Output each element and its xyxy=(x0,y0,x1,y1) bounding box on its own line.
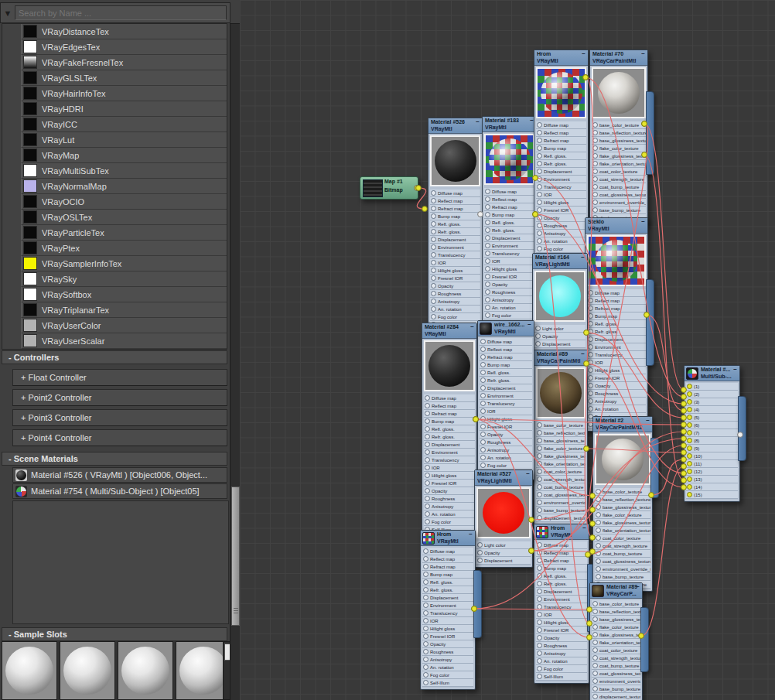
material-preview[interactable] xyxy=(430,135,480,186)
slot-row[interactable]: coat_color_texture xyxy=(592,168,646,176)
input-socket[interactable] xyxy=(588,375,593,381)
slot-row[interactable]: Diffuse map xyxy=(587,289,646,297)
slot-row[interactable]: displacement_texture xyxy=(592,693,640,700)
controllers-section-header[interactable]: - Controllers xyxy=(2,350,227,364)
node-wire[interactable] xyxy=(417,188,425,209)
input-socket[interactable] xyxy=(485,189,490,194)
input-socket[interactable] xyxy=(588,383,593,388)
slot-row[interactable]: IOR xyxy=(536,191,586,199)
slot-row[interactable]: flake_color_texture xyxy=(536,445,586,452)
slot-row[interactable]: Bump map xyxy=(422,571,473,579)
input-socket[interactable] xyxy=(588,336,593,342)
controller-rollout[interactable]: + Point2 Controller xyxy=(12,389,227,406)
slot-row[interactable]: Anisotropy xyxy=(480,446,532,454)
input-socket[interactable] xyxy=(592,640,598,645)
input-socket[interactable] xyxy=(485,235,490,241)
input-socket[interactable] xyxy=(592,176,598,182)
input-socket[interactable] xyxy=(425,465,430,470)
input-socket[interactable] xyxy=(425,511,430,517)
slot-row[interactable]: coat_bump_texture xyxy=(592,662,640,670)
slot-row[interactable]: Opacity xyxy=(422,640,473,648)
slot-row[interactable]: Refract map xyxy=(536,137,586,145)
input-socket[interactable] xyxy=(425,488,430,493)
node-side-tab[interactable] xyxy=(640,607,649,672)
input-socket[interactable] xyxy=(423,572,428,577)
node-side-tab[interactable] xyxy=(738,396,746,461)
input-socket[interactable] xyxy=(537,469,542,474)
slot-row[interactable]: Light color xyxy=(534,325,586,333)
slot-row[interactable]: Diffuse map xyxy=(422,548,473,555)
slot-row[interactable]: Hilight gloss xyxy=(422,625,473,633)
input-socket[interactable] xyxy=(687,422,692,428)
input-socket[interactable] xyxy=(588,398,593,404)
material-preview[interactable] xyxy=(536,367,586,418)
map-list-item[interactable]: VRayMap xyxy=(21,148,227,163)
slot-row[interactable]: Environment xyxy=(484,242,534,250)
input-socket[interactable] xyxy=(588,344,593,350)
node-header[interactable]: wire_1662...VRayMtl− xyxy=(478,321,534,336)
input-socket[interactable] xyxy=(425,434,430,439)
node-side-tab[interactable] xyxy=(473,570,482,638)
slot-row[interactable]: base_glossiness_texture xyxy=(536,437,586,445)
input-socket[interactable] xyxy=(687,415,692,420)
input-socket[interactable] xyxy=(588,406,593,411)
input-socket[interactable] xyxy=(423,610,428,616)
collapse-icon[interactable]: − xyxy=(526,470,530,478)
slot-row[interactable]: Diffuse map xyxy=(430,190,480,197)
input-socket[interactable] xyxy=(423,564,428,569)
slot-row[interactable]: Fresnel IOR xyxy=(430,275,480,282)
input-socket[interactable] xyxy=(592,624,598,630)
input-socket[interactable] xyxy=(431,260,436,265)
slot-row[interactable]: Refr. gloss. xyxy=(484,227,534,234)
input-socket[interactable] xyxy=(588,321,593,326)
input-socket[interactable] xyxy=(596,543,601,548)
input-socket[interactable] xyxy=(596,489,601,494)
input-socket[interactable] xyxy=(596,528,601,533)
slot-row[interactable]: Anisotropy xyxy=(424,503,475,510)
slot-row[interactable]: Diffuse map xyxy=(484,188,534,196)
input-socket[interactable] xyxy=(425,473,430,478)
slot-row[interactable]: Roughness xyxy=(484,289,534,296)
slot-row[interactable]: Hilight gloss xyxy=(480,415,532,423)
slot-row[interactable]: Refr. gloss. xyxy=(536,580,587,588)
input-socket[interactable] xyxy=(537,542,542,548)
input-socket[interactable] xyxy=(425,496,430,501)
input-socket[interactable] xyxy=(425,480,430,486)
input-socket[interactable] xyxy=(592,616,598,622)
slot-row[interactable]: Fresnel IOR xyxy=(536,207,586,214)
input-socket[interactable] xyxy=(480,370,486,375)
input-socket[interactable] xyxy=(537,515,542,521)
slot-row[interactable]: Roughness xyxy=(422,648,473,656)
input-socket[interactable] xyxy=(431,275,436,281)
slot-row[interactable]: environment_override_te... xyxy=(592,678,640,685)
collapse-icon[interactable]: − xyxy=(470,323,474,331)
slot-row[interactable]: base_reflection_texture xyxy=(536,429,586,437)
slot-row[interactable]: Reflect map xyxy=(430,197,480,205)
slot-row[interactable]: An. rotation xyxy=(424,510,475,518)
slot-row[interactable]: Bump map xyxy=(430,213,480,220)
slot-row[interactable]: Refl. gloss. xyxy=(424,425,475,433)
map-list-item[interactable]: VRayHDRI xyxy=(21,101,227,117)
slot-row[interactable]: (9) xyxy=(686,445,738,452)
slot-row[interactable]: IOR xyxy=(422,617,473,625)
slot-row[interactable]: Environment xyxy=(422,602,473,610)
input-socket[interactable] xyxy=(425,403,430,408)
slot-row[interactable]: flake_orientation_texture xyxy=(595,527,650,534)
slot-row[interactable]: Translucency xyxy=(587,351,646,359)
input-socket[interactable] xyxy=(423,618,428,623)
input-socket[interactable] xyxy=(596,497,601,502)
node-header[interactable]: Material #89VRayCarPaintMtl− xyxy=(534,350,587,366)
slot-row[interactable]: Opacity xyxy=(430,282,480,290)
slot-row[interactable]: (10) xyxy=(686,452,738,460)
input-socket[interactable] xyxy=(477,550,483,555)
input-socket[interactable] xyxy=(431,198,436,203)
slot-row[interactable]: An. rotation xyxy=(536,657,587,665)
node-header[interactable]: StekloVRayMtl− xyxy=(586,218,647,234)
input-socket[interactable] xyxy=(480,339,486,344)
slot-row[interactable]: Refract map xyxy=(587,305,646,312)
slot-row[interactable]: Hilight gloss xyxy=(587,367,646,374)
slot-row[interactable]: Self-Illum xyxy=(536,673,587,681)
slot-row[interactable]: Refl. gloss. xyxy=(480,369,532,377)
slot-row[interactable]: Opacity xyxy=(587,382,646,390)
slot-row[interactable]: (15) xyxy=(686,491,738,499)
